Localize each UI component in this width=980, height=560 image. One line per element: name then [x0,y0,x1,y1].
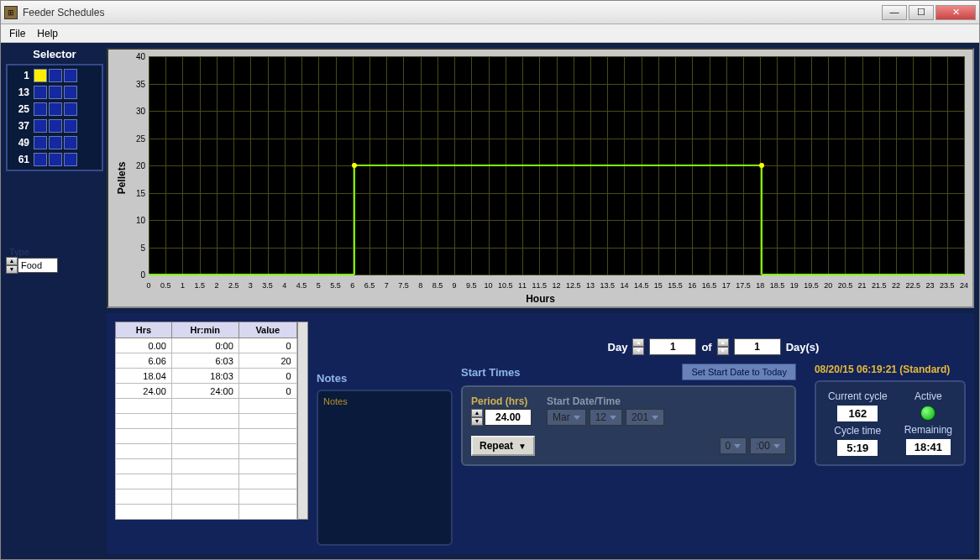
selector-cell[interactable] [34,102,47,116]
spin-down-icon[interactable]: ▼ [717,347,729,355]
table-cell[interactable] [171,489,238,505]
notes-textarea[interactable]: Notes [317,390,453,546]
period-input[interactable] [485,409,532,426]
spin-up-icon[interactable]: ▲ [717,338,729,347]
table-cell[interactable]: 0 [238,369,296,384]
total-days-spinner[interactable]: ▲▼ [717,338,729,355]
table-cell[interactable] [116,414,172,429]
month-select[interactable]: Mar [547,409,586,426]
selector-cell[interactable] [64,102,77,116]
table-cell[interactable]: 20 [238,353,296,369]
table-row[interactable]: 24.0024:000 [116,384,297,399]
menu-file[interactable]: File [9,28,25,39]
repeat-button[interactable]: Repeat▼ [471,436,535,456]
table-row[interactable] [116,414,297,429]
table-cell[interactable] [116,489,172,505]
table-cell[interactable] [238,444,296,459]
table-row[interactable] [116,459,297,474]
table-cell[interactable]: 18.04 [116,369,172,384]
selector-cell[interactable] [34,153,47,166]
set-start-date-button[interactable]: Set Start Date to Today [682,364,796,380]
table-cell[interactable]: 6.06 [116,353,172,369]
minimize-button[interactable]: — [882,5,907,20]
table-cell[interactable] [116,474,172,489]
table-scrollbar[interactable] [297,322,308,520]
table-cell[interactable] [171,414,238,429]
selector-cell[interactable] [64,153,77,166]
chart-xtick: 8 [418,281,422,290]
spin-up-icon[interactable]: ▲ [632,338,644,347]
table-cell[interactable]: 0.00 [116,338,172,353]
selector-cell[interactable] [34,119,47,133]
table-row[interactable] [116,429,297,444]
day-input[interactable] [649,338,696,355]
table-cell[interactable] [171,459,238,474]
selector-cell[interactable] [49,86,62,99]
table-row[interactable] [116,505,297,520]
selector-cell[interactable] [64,69,77,82]
selector-cell[interactable] [49,119,62,133]
spin-up-icon[interactable]: ▲ [471,409,483,417]
type-input[interactable] [18,258,58,273]
spin-down-icon[interactable]: ▼ [6,265,18,274]
table-cell[interactable]: 6:03 [171,353,238,369]
table-row[interactable]: 18.0418:030 [116,369,297,384]
selector-cell[interactable] [49,136,62,149]
table-cell[interactable] [171,399,238,414]
selector-cell[interactable] [49,69,62,82]
selector-cell[interactable] [34,69,47,82]
table-cell[interactable] [116,444,172,459]
table-cell[interactable] [238,505,296,520]
table-cell[interactable] [171,474,238,489]
day-spinner[interactable]: ▲▼ [632,338,644,355]
spin-up-icon[interactable]: ▲ [6,257,18,265]
table-cell[interactable] [116,429,172,444]
type-spinner[interactable]: ▲▼ [6,257,18,274]
selector-cell[interactable] [49,102,62,116]
table-cell[interactable] [116,459,172,474]
table-row[interactable] [116,444,297,459]
spin-down-icon[interactable]: ▼ [632,347,644,355]
year-select[interactable]: 201 [626,409,664,426]
day-select[interactable]: 12 [590,409,622,426]
table-cell[interactable] [116,399,172,414]
table-cell[interactable] [116,505,172,520]
table-row[interactable]: 6.066:0320 [116,353,297,369]
hour-select[interactable]: 0 [720,437,747,454]
selector-cell[interactable] [64,136,77,149]
table-cell[interactable]: 0 [238,338,296,353]
close-button[interactable]: ✕ [935,5,976,20]
table-cell[interactable]: 0:00 [171,338,238,353]
maximize-button[interactable]: ☐ [909,5,934,20]
menu-help[interactable]: Help [37,28,58,39]
minute-select[interactable]: :00 [750,437,786,454]
table-row[interactable] [116,399,297,414]
chart-xtick: 19 [790,281,799,290]
table-cell[interactable] [238,474,296,489]
total-days-input[interactable] [734,338,781,355]
table-cell[interactable] [171,444,238,459]
table-cell[interactable]: 18:03 [171,369,238,384]
table-row[interactable]: 0.000:000 [116,338,297,353]
period-spinner[interactable]: ▲▼ [471,409,483,426]
selector-cell[interactable] [64,86,77,99]
table-cell[interactable] [238,459,296,474]
selector-cell[interactable] [34,136,47,149]
selector-cell[interactable] [64,119,77,133]
table-cell[interactable] [238,399,296,414]
table-cell[interactable] [171,429,238,444]
table-cell[interactable] [238,429,296,444]
selector-cell[interactable] [49,153,62,166]
table-cell[interactable] [238,489,296,505]
selector-row-label: 13 [9,86,33,98]
table-cell[interactable] [171,505,238,520]
table-cell[interactable]: 0 [238,384,296,399]
chart-ytick: 40 [130,52,145,61]
spin-down-icon[interactable]: ▼ [471,417,483,426]
table-cell[interactable] [238,414,296,429]
table-cell[interactable]: 24:00 [171,384,238,399]
table-cell[interactable]: 24.00 [116,384,172,399]
table-row[interactable] [116,489,297,505]
table-row[interactable] [116,474,297,489]
selector-cell[interactable] [34,86,47,99]
